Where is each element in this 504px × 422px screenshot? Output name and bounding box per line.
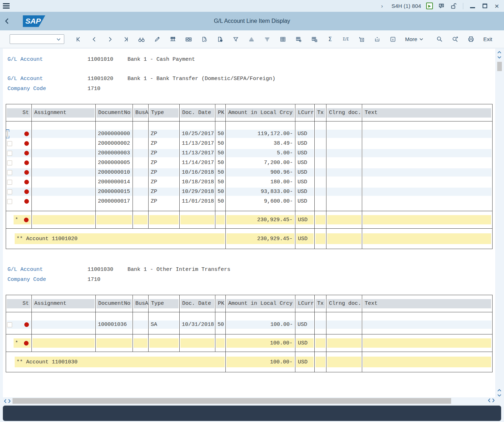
column-header-busa[interactable]: BusA [134, 299, 148, 308]
info-icon[interactable] [389, 35, 396, 44]
scroll-right-icon[interactable] [7, 398, 11, 404]
minimize-button[interactable] [469, 3, 476, 10]
previous-page-icon[interactable] [91, 35, 98, 44]
close-button[interactable]: × [493, 3, 500, 10]
column-header-st[interactable]: St [7, 299, 31, 308]
abacus-icon[interactable] [169, 35, 176, 44]
scroll-left-icon[interactable] [3, 398, 7, 404]
column-header-lcurr[interactable]: LCurr [296, 108, 314, 118]
table-row: 2000000015 ZP 10/29/2018 50 93,833.00- U… [6, 187, 492, 197]
vertical-scrollbar [496, 50, 503, 71]
column-header-assignment[interactable]: Assignment [33, 299, 95, 308]
filter-icon[interactable] [232, 35, 239, 44]
row-checkbox[interactable] [7, 160, 12, 165]
sort-ascending-icon[interactable] [248, 35, 255, 44]
row-checkbox[interactable] [7, 199, 12, 204]
account-total-label: ** Account 11001020 [6, 229, 226, 249]
column-header-documentno[interactable]: DocumentNo [96, 108, 132, 118]
script-play-icon[interactable]: ▶ [426, 3, 433, 9]
last-page-icon[interactable] [122, 35, 129, 44]
line-item-table-11001030: St Assignment DocumentNo BusA Type Doc. … [6, 295, 493, 372]
documentno-cell[interactable]: 2000000014 [96, 177, 133, 187]
print-icon[interactable] [468, 35, 475, 44]
row-checkbox[interactable] [7, 141, 12, 146]
maximize-button[interactable] [481, 3, 488, 10]
table-row: 2000000014 ZP 10/18/2018 50 180.00- USD [6, 177, 492, 187]
message-bubble-icon[interactable] [438, 3, 445, 10]
edit-icon[interactable] [154, 35, 161, 44]
insert-box-icon[interactable] [358, 35, 365, 44]
collapse-box-icon[interactable] [374, 35, 381, 44]
scroll-right-icon[interactable] [491, 397, 495, 403]
documentno-cell[interactable]: 2000000015 [96, 187, 133, 197]
sort-descending-icon[interactable] [264, 35, 271, 44]
row-checkbox[interactable] [7, 189, 12, 194]
doc-date-cell: 10/25/2017 [180, 129, 215, 139]
column-header-clrng-doc[interactable]: Clrng doc. [327, 299, 361, 308]
grid-settings-icon[interactable] [295, 35, 302, 44]
scroll-up-icon[interactable] [496, 50, 502, 54]
next-page-icon[interactable] [106, 35, 114, 44]
grid-export-icon[interactable] [311, 35, 318, 44]
column-header-clrng-doc[interactable]: Clrng doc. [327, 108, 361, 118]
column-header-assignment[interactable]: Assignment [33, 108, 95, 118]
status-bar [3, 406, 501, 421]
column-header-pk[interactable]: PK [216, 299, 225, 308]
vertical-scrollbar-thumb[interactable] [497, 62, 502, 71]
chevron-right-icon[interactable]: › [381, 3, 383, 9]
documentno-cell[interactable]: 2000000017 [96, 197, 133, 206]
status-open-icon [24, 218, 29, 222]
column-header-text[interactable]: Text [363, 108, 491, 118]
documentno-cell[interactable]: 2000000003 [96, 148, 133, 158]
grid-icon[interactable] [279, 35, 286, 44]
column-header-lcurr[interactable]: LCurr [296, 299, 314, 308]
column-header-type[interactable]: Type [149, 299, 179, 308]
documentno-cell[interactable]: 2000000000 [96, 129, 133, 139]
column-header-busa[interactable]: BusA [134, 108, 148, 118]
unlock-icon[interactable] [450, 3, 457, 10]
column-header-tx[interactable]: Tx [315, 108, 325, 118]
column-header-amount[interactable]: Amount in Local Crcy [226, 108, 294, 118]
scroll-down-icon[interactable] [496, 393, 502, 397]
account-total-row: ** Account 11001030 100.00- USD [6, 352, 493, 372]
row-checkbox[interactable] [7, 170, 12, 175]
command-combobox[interactable] [10, 34, 64, 44]
column-header-amount[interactable]: Amount in Local Crcy [226, 299, 294, 308]
company-code-line: Company Code 1710 [3, 85, 495, 93]
documentno-cell[interactable]: 2000000010 [96, 168, 133, 177]
document-globe-icon[interactable] [216, 35, 224, 44]
exit-button[interactable]: Exit [483, 36, 492, 42]
documentno-cell[interactable]: 2000000002 [96, 139, 133, 148]
search-plus-icon[interactable] [452, 35, 459, 44]
currency-icon[interactable] [185, 35, 192, 44]
row-checkbox[interactable] [7, 151, 12, 156]
first-page-icon[interactable] [75, 35, 82, 44]
menu-icon[interactable] [0, 0, 12, 12]
row-checkbox[interactable] [7, 180, 12, 185]
row-checkbox[interactable] [7, 322, 12, 327]
scroll-down-icon[interactable] [496, 55, 502, 59]
busa-cell [133, 129, 149, 139]
documentno-cell[interactable]: 2000000005 [96, 158, 133, 168]
column-header-st[interactable]: St [7, 108, 31, 118]
find-icon[interactable] [138, 35, 145, 44]
row-checkbox[interactable] [7, 130, 8, 137]
account-total-currency: USD [295, 352, 315, 372]
scroll-up-icon[interactable] [496, 388, 502, 392]
subtotals-icon[interactable]: Σ/Σ [342, 35, 349, 44]
column-header-doc-date[interactable]: Doc. Date [180, 299, 214, 308]
column-header-doc-date[interactable]: Doc. Date [180, 108, 214, 118]
column-header-pk[interactable]: PK [216, 108, 225, 118]
field-value: 11001010 [88, 56, 128, 64]
scroll-left-icon[interactable] [487, 397, 491, 403]
refresh-document-icon[interactable] [201, 35, 208, 44]
search-icon[interactable] [436, 35, 443, 44]
column-header-type[interactable]: Type [149, 108, 179, 118]
documentno-cell[interactable]: 100001036 [96, 320, 133, 329]
column-header-text[interactable]: Text [363, 299, 491, 308]
horizontal-scrollbar-thumb[interactable] [13, 398, 451, 404]
column-header-documentno[interactable]: DocumentNo [96, 299, 132, 308]
sum-icon[interactable]: Σ [326, 35, 334, 44]
more-menu[interactable]: More [405, 36, 424, 42]
column-header-tx[interactable]: Tx [315, 299, 325, 308]
